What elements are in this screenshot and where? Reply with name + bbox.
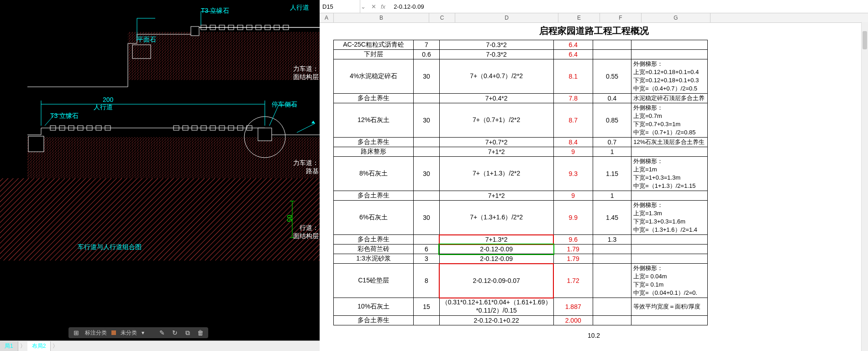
cell[interactable]: 6 — [414, 245, 440, 254]
refresh-icon[interactable]: ↻ — [171, 329, 179, 337]
cell[interactable]: 7 — [414, 40, 440, 50]
cell[interactable]: 8.1 — [553, 59, 593, 94]
cell[interactable]: 30 — [414, 103, 440, 138]
cell[interactable] — [414, 94, 440, 103]
cell[interactable]: 0.85 — [593, 103, 631, 138]
cell[interactable] — [631, 50, 708, 59]
cell[interactable]: 15 — [414, 298, 440, 316]
cell[interactable]: 多合土养生 — [334, 94, 414, 103]
grid-icon[interactable]: ⊞ — [72, 329, 80, 337]
cell[interactable]: 外侧梯形：上宽=0.12+0.18+0.1=0.4下宽=0.12+0.18+0.… — [631, 59, 708, 94]
cell[interactable] — [593, 316, 631, 325]
cell[interactable]: 8%石灰土 — [334, 157, 414, 191]
cell[interactable]: 9.6 — [553, 235, 593, 245]
cell[interactable]: 外侧梯形：上宽=0.7m下宽=0.7+0.3=1m中宽=（0.7+1）/2=0.… — [631, 103, 708, 138]
cell[interactable] — [631, 191, 708, 201]
table-row[interactable]: 多合土养生7+0.7*28.40.712%石灰土顶层多合土养生 — [334, 138, 708, 147]
scrollbar-thumb[interactable] — [863, 31, 867, 49]
cell[interactable] — [414, 235, 440, 245]
table-row[interactable]: AC-25C粗粒式沥青砼77-0.3*26.4 — [334, 40, 708, 50]
cell[interactable]: 7+（0.7+1）/2*2 — [439, 103, 553, 138]
cell[interactable]: 0.55 — [593, 59, 631, 94]
table-row[interactable]: 多合土养生2-0.12-0.1+0.222.000 — [334, 316, 708, 325]
cell[interactable]: 9.3 — [553, 157, 593, 191]
cell[interactable]: 6.4 — [553, 40, 593, 50]
table-row[interactable]: 彩色荷兰砖62-0.12-0.091.79 — [334, 245, 708, 254]
cell[interactable]: 1.15 — [593, 157, 631, 191]
cell[interactable]: 3 — [414, 254, 440, 264]
cell[interactable]: 7+0.7*2 — [439, 138, 553, 147]
cancel-icon[interactable]: ✕ — [371, 3, 376, 10]
cell[interactable]: 下封层 — [334, 50, 414, 59]
table-row[interactable]: 多合土养生7+1*291 — [334, 191, 708, 201]
cell[interactable]: 0.6 — [414, 50, 440, 59]
namebox-dropdown-icon[interactable]: ⌄ — [360, 3, 366, 10]
cell[interactable]: 1.72 — [553, 264, 593, 298]
name-box[interactable]: D15 — [320, 0, 360, 13]
col-header-a[interactable]: A — [320, 13, 334, 22]
table-row[interactable]: 多合土养生7+1.3*29.61.3 — [334, 235, 708, 245]
cell[interactable]: 多合土养生 — [334, 138, 414, 147]
cell[interactable]: 外侧梯形：上宽=1.3m下宽=1.3+0.3=1.6m中宽=（1.3+1.6）/… — [631, 201, 708, 235]
cell[interactable] — [593, 50, 631, 59]
cell[interactable]: C15砼垫层 — [334, 264, 414, 298]
col-header-e[interactable]: E — [558, 13, 600, 22]
cell[interactable]: 0.4 — [593, 94, 631, 103]
cell[interactable]: 路床整形 — [334, 147, 414, 157]
table-row[interactable]: 多合土养生7+0.4*27.80.4水泥稳定碎石顶层多合土养 — [334, 94, 708, 103]
cell[interactable]: 0.7 — [593, 138, 631, 147]
cell[interactable] — [631, 40, 708, 50]
cell[interactable]: 2-0.12-0.1+0.22 — [439, 316, 553, 325]
cell[interactable]: 4%水泥稳定碎石 — [334, 59, 414, 94]
cell[interactable]: 30 — [414, 59, 440, 94]
cell[interactable]: 7+（1+1.3）/2*2 — [439, 157, 553, 191]
cell[interactable] — [593, 254, 631, 264]
cell[interactable]: 30 — [414, 157, 440, 191]
tab-layout2[interactable]: 布局2 — [27, 341, 51, 351]
cell[interactable] — [414, 316, 440, 325]
cell[interactable]: AC-25C粗粒式沥青砼 — [334, 40, 414, 50]
dropdown-icon[interactable]: ▾ — [142, 330, 144, 336]
col-header-c[interactable]: C — [429, 13, 455, 22]
cell[interactable]: 2-0.12-0.09 — [439, 254, 553, 264]
cell[interactable]: 9.9 — [553, 201, 593, 235]
table-row[interactable]: 6%石灰土307+（1.3+1.6）/2*29.91.45外侧梯形：上宽=1.3… — [334, 201, 708, 235]
cell[interactable]: 8 — [414, 264, 440, 298]
cell[interactable]: 外侧梯形：上宽=1m下宽=1+0.3=1.3m中宽=（1+1.3）/2=1.15 — [631, 157, 708, 191]
cell[interactable]: 水泥稳定碎石顶层多合土养 — [631, 94, 708, 103]
col-header-f[interactable]: F — [600, 13, 642, 22]
cell[interactable]: 1 — [593, 147, 631, 157]
cell[interactable] — [631, 316, 708, 325]
cell[interactable]: 7+1*2 — [439, 191, 553, 201]
edit-icon[interactable]: ✎ — [158, 329, 166, 337]
cell[interactable]: 多合土养生 — [334, 191, 414, 201]
vertical-scrollbar[interactable] — [861, 22, 868, 351]
cell[interactable] — [631, 147, 708, 157]
layer-color-swatch[interactable] — [111, 330, 116, 335]
cell[interactable] — [631, 254, 708, 264]
cell[interactable]: 多合土养生 — [334, 316, 414, 325]
cell[interactable] — [593, 264, 631, 298]
cell[interactable]: 12%石灰土顶层多合土养生 — [631, 138, 708, 147]
cell[interactable]: 7.8 — [553, 94, 593, 103]
spreadsheet-grid[interactable]: 启程家园道路工程工程概况 AC-25C粗粒式沥青砼77-0.3*26.4下封层0… — [320, 23, 868, 351]
cell[interactable]: （0.31*0.12+1.61*0.04+（1.61+1.69）*0.11/2）… — [439, 298, 553, 316]
col-header-b[interactable]: B — [334, 13, 429, 22]
cell[interactable]: 1.887 — [553, 298, 593, 316]
cell[interactable] — [414, 147, 440, 157]
cell[interactable]: 2.000 — [553, 316, 593, 325]
formula-input[interactable]: 2-0.12-0.09 — [391, 3, 868, 10]
table-row[interactable]: 下封层0.67-0.3*26.4 — [334, 50, 708, 59]
col-header-d[interactable]: D — [455, 13, 558, 22]
cell[interactable]: 9 — [553, 191, 593, 201]
cell[interactable] — [631, 235, 708, 245]
cell[interactable] — [631, 245, 708, 254]
cell[interactable]: 7+1*2 — [439, 147, 553, 157]
table-row[interactable]: 1:3水泥砂浆32-0.12-0.091.79 — [334, 254, 708, 264]
cell[interactable]: 8.7 — [553, 103, 593, 138]
cell[interactable]: 7+（1.3+1.6）/2*2 — [439, 201, 553, 235]
delete-icon[interactable]: 🗑 — [196, 329, 205, 337]
cell[interactable]: 7-0.3*2 — [439, 50, 553, 59]
table-row[interactable]: 路床整形7+1*291 — [334, 147, 708, 157]
tab-layout1[interactable]: 局1 — [0, 341, 18, 351]
